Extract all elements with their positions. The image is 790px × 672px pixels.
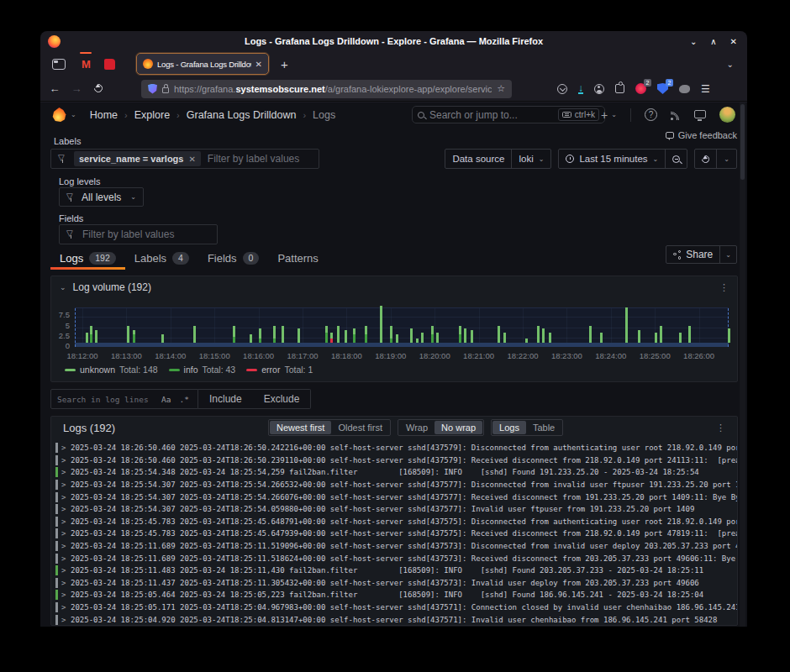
log-row[interactable]: >2025-03-24 18:25:05.171 2025-03-24T18:2…: [51, 601, 737, 614]
log-row[interactable]: >2025-03-24 18:25:11.689 2025-03-24T18:2…: [51, 540, 737, 553]
expand-row-icon[interactable]: >: [61, 542, 71, 550]
toggle-table[interactable]: Table: [526, 421, 561, 434]
monitor-icon[interactable]: [694, 110, 706, 118]
datasource-picker[interactable]: Data source loki⌄: [445, 149, 551, 169]
match-case-button[interactable]: Aa: [159, 395, 173, 404]
log-row[interactable]: >2025-03-24 18:25:04.920 2025-03-24T18:2…: [51, 613, 737, 625]
reload-button[interactable]: [87, 82, 109, 95]
tracking-protection-icon[interactable]: [148, 84, 157, 94]
expand-row-icon[interactable]: >: [61, 616, 71, 624]
log-row[interactable]: >2025-03-24 18:25:05.464 2025-03-24 18:2…: [51, 589, 737, 601]
log-row[interactable]: >2025-03-24 18:26:50.460 2025-03-24T18:2…: [51, 454, 737, 467]
refresh-picker[interactable]: ⌄: [694, 149, 737, 169]
log-row[interactable]: >2025-03-24 18:25:11.437 2025-03-24T18:2…: [51, 577, 737, 590]
expand-row-icon[interactable]: >: [61, 554, 71, 563]
toggle-newest-first[interactable]: Newest first: [270, 421, 331, 434]
breadcrumb-item[interactable]: Explore: [134, 109, 170, 121]
toggle-oldest-first[interactable]: Oldest first: [331, 421, 389, 434]
toggle-logs[interactable]: Logs: [492, 421, 526, 434]
back-button[interactable]: ←: [44, 82, 66, 95]
logs-menu-icon[interactable]: ⋮: [716, 423, 725, 433]
share-dropdown-icon[interactable]: ⌄: [719, 246, 736, 263]
expand-row-icon[interactable]: >: [61, 517, 71, 526]
log-row[interactable]: >2025-03-24 18:25:45.783 2025-03-24T18:2…: [51, 528, 737, 540]
legend-item-error[interactable]: errorTotal: 1: [246, 365, 313, 375]
firefox-view-icon[interactable]: [52, 59, 66, 70]
refresh-icon[interactable]: [695, 150, 716, 168]
bookmark-star-icon[interactable]: ☆: [497, 83, 505, 94]
grafana-logo-icon[interactable]: [52, 108, 66, 122]
tab-patterns[interactable]: Patterns: [268, 249, 327, 270]
legend-item-info[interactable]: infoTotal: 43: [169, 365, 236, 375]
log-row[interactable]: >2025-03-24 18:25:54.307 2025-03-24T18:2…: [51, 491, 737, 503]
breadcrumb-item[interactable]: Logs: [313, 109, 335, 121]
expand-row-icon[interactable]: >: [61, 529, 71, 538]
active-tab[interactable]: Logs - Grafana Logs Drilldow ✕: [136, 53, 269, 75]
expand-row-icon[interactable]: >: [61, 566, 71, 575]
exclude-button[interactable]: Exclude: [253, 390, 311, 408]
close-button[interactable]: ✕: [730, 37, 737, 46]
url-bar[interactable]: https://grafana.systemsobscure.net/a/gra…: [141, 80, 512, 98]
account-icon[interactable]: [594, 84, 604, 94]
scrollbar[interactable]: [740, 102, 745, 627]
news-icon[interactable]: [671, 110, 681, 120]
minimize-button[interactable]: ⌄: [690, 37, 697, 46]
zoom-out-button[interactable]: [665, 150, 687, 168]
expand-row-icon[interactable]: >: [61, 493, 71, 501]
label-filter-input[interactable]: service_name = varlogs✕ Filter by label …: [50, 149, 319, 169]
log-row[interactable]: >2025-03-24 18:25:11.483 2025-03-24 18:2…: [51, 564, 737, 577]
panel-menu-icon[interactable]: ⋮: [719, 282, 729, 293]
extension-gray-icon[interactable]: [679, 85, 690, 93]
forward-button[interactable]: →: [66, 82, 87, 95]
log-line-search-input[interactable]: Search in log lines Aa .*: [50, 389, 198, 409]
nav-expand-icon[interactable]: ⌄: [71, 111, 76, 118]
maximize-button[interactable]: ∧: [710, 37, 716, 46]
expand-row-icon[interactable]: >: [61, 468, 71, 476]
user-avatar[interactable]: [719, 107, 735, 123]
label-filter-chip[interactable]: service_name = varlogs✕: [74, 151, 201, 166]
pocket-icon[interactable]: [557, 84, 567, 94]
expand-row-icon[interactable]: >: [61, 591, 71, 599]
new-tab-button[interactable]: +: [281, 57, 288, 71]
tab-close-icon[interactable]: ✕: [255, 60, 262, 69]
add-button[interactable]: +⌄: [601, 108, 617, 122]
expand-row-icon[interactable]: >: [61, 456, 71, 465]
extension-red-icon[interactable]: 2: [635, 83, 646, 94]
fields-filter-input[interactable]: Filter by label values: [59, 224, 218, 244]
extension-ublock-icon[interactable]: 2: [657, 83, 668, 94]
include-button[interactable]: Include: [198, 390, 253, 408]
breadcrumb-item[interactable]: Home: [90, 109, 118, 121]
breadcrumb-item[interactable]: Grafana Logs Drilldown: [187, 109, 297, 121]
expand-row-icon[interactable]: >: [61, 480, 71, 489]
lock-icon[interactable]: [162, 87, 169, 93]
regex-button[interactable]: .*: [177, 395, 192, 404]
tab-labels[interactable]: Labels4: [125, 249, 198, 270]
extensions-icon[interactable]: [615, 84, 624, 93]
list-tabs-icon[interactable]: ⌄: [727, 60, 740, 69]
expand-row-icon[interactable]: >: [61, 444, 71, 452]
pinned-tab-gmail[interactable]: M: [74, 53, 97, 75]
toggle-no-wrap[interactable]: No wrap: [434, 421, 482, 434]
give-feedback-button[interactable]: Give feedback: [666, 130, 737, 140]
log-row[interactable]: >2025-03-24 18:25:54.307 2025-03-24T18:2…: [51, 479, 737, 491]
log-row[interactable]: >2025-03-24 18:25:54.307 2025-03-24T18:2…: [51, 503, 737, 516]
expand-row-icon[interactable]: >: [61, 603, 71, 612]
refresh-interval-dropdown[interactable]: ⌄: [716, 150, 736, 168]
expand-row-icon[interactable]: >: [61, 505, 71, 513]
log-row[interactable]: >2025-03-24 18:25:54.348 2025-03-24 18:2…: [51, 466, 737, 479]
log-row[interactable]: >2025-03-24 18:25:45.783 2025-03-24T18:2…: [51, 516, 737, 528]
time-picker[interactable]: Last 15 minutes⌄: [558, 149, 687, 169]
pinned-tab-red[interactable]: [97, 53, 121, 75]
help-icon[interactable]: ?: [645, 108, 657, 121]
remove-chip-icon[interactable]: ✕: [188, 155, 195, 164]
log-volume-chart[interactable]: [75, 307, 729, 347]
share-button[interactable]: Share ⌄: [666, 245, 737, 264]
downloads-icon[interactable]: ↓: [578, 84, 583, 94]
legend-item-unknown[interactable]: unknownTotal: 148: [65, 365, 158, 375]
menu-button[interactable]: ☰: [701, 83, 710, 95]
log-levels-dropdown[interactable]: All levels ⌄: [59, 187, 144, 207]
toggle-wrap[interactable]: Wrap: [399, 421, 434, 434]
log-row[interactable]: >2025-03-24 18:25:11.689 2025-03-24T18:2…: [51, 552, 737, 564]
log-row[interactable]: >2025-03-24 18:26:50.460 2025-03-24T18:2…: [51, 442, 737, 454]
tab-fields[interactable]: Fields0: [198, 249, 269, 270]
